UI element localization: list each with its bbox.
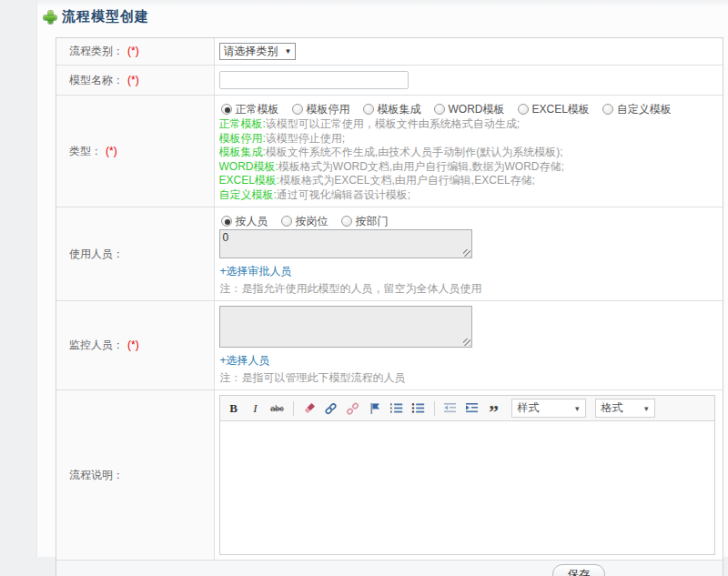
radio-label: 正常模板 [236, 102, 279, 117]
unlink-button[interactable] [345, 400, 361, 417]
row-monitors: 监控人员：(*) +选择人员 注：是指可以管理此下模型流程的人员 [56, 301, 723, 390]
monitors-note: 注：是指可以管理此下模型流程的人员 [220, 370, 716, 385]
form-footer: 保存 [56, 561, 723, 576]
row-category: 流程类别：(*) 请选择类别 ▼ [56, 38, 723, 66]
flag-icon [369, 402, 380, 415]
style-combo-value: 样式 [518, 400, 540, 416]
radio-label: 按岗位 [296, 214, 329, 229]
type-option-excel[interactable]: EXCEL模板 [518, 102, 590, 117]
radio-icon[interactable] [281, 216, 292, 227]
format-combo-value: 格式 [602, 400, 623, 416]
radio-label: 按部门 [356, 214, 389, 229]
users-option-post[interactable]: 按岗位 [281, 214, 329, 229]
users-textarea-value: 0 [223, 231, 229, 244]
indent-button[interactable] [464, 400, 480, 417]
description-label-cell: 流程说明： [56, 390, 214, 561]
ordered-list-icon [389, 402, 403, 414]
type-desc-excel: EXCEL模板:模板格式为EXCEL文档,由用户自行编辑,EXCEL存储; [219, 174, 716, 188]
description-label: 流程说明： [69, 469, 124, 481]
quote-icon: ” [489, 400, 499, 417]
type-option-disabled[interactable]: 模板停用 [292, 102, 350, 117]
category-label-cell: 流程类别：(*) [56, 38, 214, 66]
radio-icon[interactable] [363, 104, 374, 115]
page-title: 流程模型创建 [62, 8, 149, 25]
type-desc-word: WORD模板:模板格式为WORD文档,由用户自行编辑,数据为WORD存储; [219, 160, 716, 175]
indent-icon [465, 402, 479, 414]
radio-label: WORD模板 [449, 102, 505, 117]
resize-grip-icon[interactable] [463, 249, 470, 257]
users-label-cell: 使用人员： [56, 207, 214, 301]
chevron-down-icon: ▼ [285, 47, 292, 56]
radio-icon[interactable] [518, 104, 529, 115]
radio-icon[interactable] [602, 104, 613, 115]
required-marker: (*) [127, 74, 139, 86]
type-option-normal[interactable]: 正常模板 [221, 102, 279, 117]
chevron-down-icon: ▾ [644, 404, 649, 413]
type-radio-group: 正常模板 模板停用 模板集成 WORD模板 [221, 102, 716, 116]
eraser-icon [303, 402, 316, 415]
ordered-list-button[interactable] [389, 400, 405, 417]
link-button[interactable] [323, 400, 339, 417]
monitors-label: 监控人员： [69, 339, 124, 351]
model-name-label: 模型名称： [69, 74, 124, 86]
content-panel: 流程模型创建 流程类别：(*) 请选择类别 ▼ 模型名称：(*) [36, 0, 728, 557]
monitors-textarea[interactable] [219, 306, 472, 348]
radio-label: 模板停用 [307, 102, 350, 117]
radio-label: 模板集成 [378, 102, 421, 117]
type-desc-disabled: 模板停用:该模型停止使用; [219, 132, 716, 147]
category-select-value: 请选择类别 [224, 44, 278, 59]
radio-checked-icon[interactable] [221, 216, 232, 227]
radio-icon[interactable] [434, 104, 445, 115]
select-approvers-link[interactable]: +选择审批人员 [220, 264, 292, 279]
unlink-icon [346, 402, 359, 415]
type-desc-integrated: 模板集成:模板文件系统不作生成,由技术人员手动制作(默认为系统模板); [219, 146, 716, 160]
monitors-label-cell: 监控人员：(*) [56, 301, 214, 390]
row-type: 类型：(*) 正常模板 模板停用 模板 [56, 96, 723, 207]
users-textarea[interactable]: 0 [219, 229, 472, 258]
rich-text-editor: B I abc [219, 395, 716, 555]
category-label: 流程类别： [69, 45, 124, 57]
format-combo[interactable]: 格式 ▾ [595, 399, 655, 418]
type-label: 类型： [69, 145, 102, 157]
radio-icon[interactable] [292, 104, 303, 115]
page-header: 流程模型创建 [37, 0, 728, 25]
italic-button[interactable]: I [248, 400, 264, 417]
users-label: 使用人员： [69, 248, 124, 260]
radio-checked-icon[interactable] [221, 104, 232, 115]
editor-toolbar: B I abc [220, 396, 715, 421]
model-name-label-cell: 模型名称：(*) [56, 66, 214, 96]
radio-label: EXCEL模板 [532, 102, 590, 117]
outdent-button[interactable] [442, 400, 459, 417]
style-combo[interactable]: 样式 ▾ [511, 399, 586, 418]
type-option-integrated[interactable]: 模板集成 [363, 102, 421, 117]
blockquote-button[interactable]: ” [486, 400, 502, 417]
select-monitors-link[interactable]: +选择人员 [220, 353, 270, 369]
bulleted-list-button[interactable] [410, 400, 427, 417]
radio-icon[interactable] [341, 216, 352, 227]
toolbar-separator [293, 401, 294, 416]
chevron-down-icon: ▾ [575, 404, 580, 413]
type-option-word[interactable]: WORD模板 [434, 102, 505, 117]
form-table: 流程类别：(*) 请选择类别 ▼ 模型名称：(*) [56, 37, 723, 576]
editor-content-area[interactable] [220, 421, 715, 554]
users-option-person[interactable]: 按人员 [221, 214, 268, 229]
required-marker: (*) [106, 145, 117, 157]
anchor-button[interactable] [367, 400, 383, 417]
resize-grip-icon[interactable] [463, 339, 470, 346]
model-name-input[interactable] [219, 71, 409, 89]
row-model-name: 模型名称：(*) [56, 66, 723, 96]
type-label-cell: 类型：(*) [56, 96, 214, 207]
category-select[interactable]: 请选择类别 ▼ [219, 43, 297, 60]
toolbar-separator [434, 401, 435, 416]
users-option-department[interactable]: 按部门 [341, 214, 389, 229]
row-users: 使用人员： 按人员 按岗位 按部门 [56, 207, 723, 301]
save-button[interactable]: 保存 [552, 564, 605, 576]
bold-button[interactable]: B [226, 400, 242, 417]
type-option-custom[interactable]: 自定义模板 [602, 102, 672, 117]
remove-format-button[interactable] [301, 400, 318, 417]
users-note: 注：是指允许使用此模型的人员，留空为全体人员使用 [220, 281, 716, 296]
required-marker: (*) [127, 45, 139, 57]
type-desc-normal: 正常模板:该模型可以正常使用，模板文件由系统格式自动生成; [219, 117, 716, 132]
required-marker: (*) [127, 339, 139, 351]
strikethrough-button[interactable]: abc [269, 400, 286, 417]
